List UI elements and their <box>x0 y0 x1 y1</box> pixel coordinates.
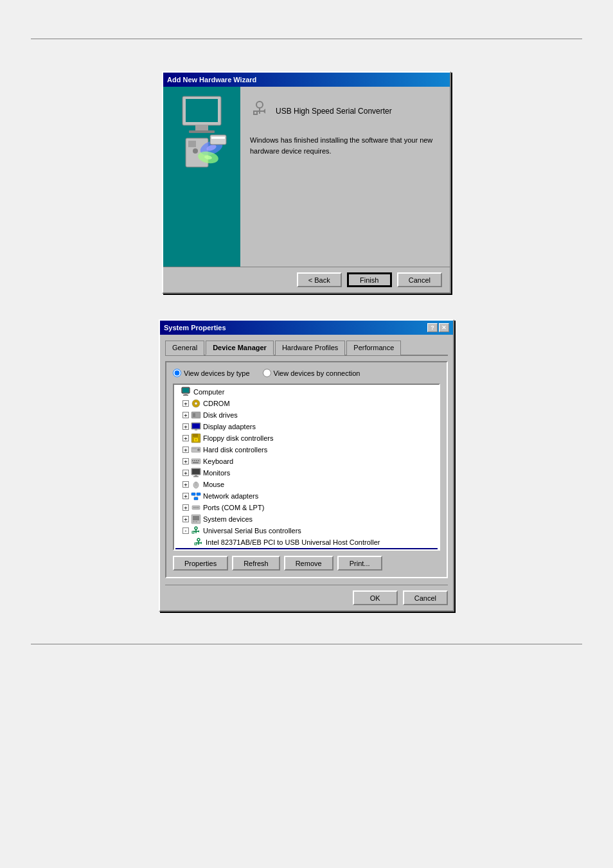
expand-hdd[interactable]: + <box>182 447 189 453</box>
titlebar-buttons: ? ✕ <box>427 323 449 332</box>
svg-rect-50 <box>197 493 200 495</box>
radio-by-connection-input[interactable] <box>263 369 271 377</box>
svg-rect-43 <box>192 469 200 474</box>
svg-marker-17 <box>263 109 265 114</box>
usb-converter-icon <box>193 549 204 551</box>
tree-item-computer[interactable]: Computer <box>175 386 438 398</box>
tree-label-display: Display adapters <box>203 423 256 430</box>
tree-item-network[interactable]: + Network adapters <box>175 490 438 502</box>
svg-rect-16 <box>254 111 257 114</box>
usb-icon <box>250 100 269 122</box>
help-button[interactable]: ? <box>427 323 438 332</box>
radio-group: View devices by type View devices by con… <box>173 369 440 377</box>
svg-rect-21 <box>183 394 188 396</box>
svg-rect-27 <box>192 423 200 429</box>
tree-item-display[interactable]: + Display adapters <box>175 421 438 432</box>
wizard-cancel-button[interactable]: Cancel <box>397 272 442 287</box>
sysprop-body: General Device Manager Hardware Profiles… <box>160 335 453 610</box>
svg-rect-45 <box>193 476 199 477</box>
tree-item-monitors[interactable]: + Monitors <box>175 467 438 479</box>
expand-mouse[interactable]: + <box>182 481 189 488</box>
mouse-icon <box>191 479 201 490</box>
finish-button[interactable]: Finish <box>347 272 392 287</box>
expand-keyboard[interactable]: + <box>182 458 189 465</box>
ok-cancel-row: OK Cancel <box>165 585 448 605</box>
floppy-icon <box>191 433 201 443</box>
tree-item-hdd[interactable]: + Hard disk controllers <box>175 444 438 456</box>
wizard-dialog: Add New Hardware Wizard <box>162 71 451 294</box>
page-container: Add New Hardware Wizard <box>0 13 613 670</box>
tab-general[interactable]: General <box>165 341 204 355</box>
tree-item-disk[interactable]: + Disk drives <box>175 409 438 421</box>
expand-floppy[interactable]: + <box>182 435 189 441</box>
print-button[interactable]: Print... <box>337 556 382 571</box>
svg-point-13 <box>256 102 263 108</box>
tree-label-keyboard: Keyboard <box>203 457 233 465</box>
svg-point-57 <box>197 507 199 508</box>
radio-by-connection[interactable]: View devices by connection <box>263 369 360 377</box>
svg-point-72 <box>197 550 200 551</box>
expand-cdrom[interactable]: + <box>182 400 189 407</box>
tree-item-intel-usb[interactable]: Intel 82371AB/EB PCI to USB Universal Ho… <box>175 536 438 548</box>
computer-icon <box>181 387 191 397</box>
expand-ports[interactable]: + <box>182 504 189 511</box>
close-button[interactable]: ✕ <box>439 323 449 332</box>
expand-monitors[interactable]: + <box>182 470 189 476</box>
expand-disk[interactable]: + <box>182 412 189 418</box>
wizard-left-panel <box>163 87 240 267</box>
tree-item-mouse[interactable]: + Mouse <box>175 479 438 490</box>
properties-button[interactable]: Properties <box>173 556 228 571</box>
radio-by-type[interactable]: View devices by type <box>173 369 250 377</box>
tree-label-disk: Disk drives <box>203 411 238 419</box>
svg-rect-5 <box>188 141 196 147</box>
svg-rect-61 <box>195 521 197 522</box>
tree-label-usb-converter: USB High Speed Serial Converter <box>206 550 312 551</box>
svg-rect-12 <box>211 137 225 139</box>
svg-marker-66 <box>198 530 199 533</box>
sysprop-title: System Properties <box>164 324 226 332</box>
expand-network[interactable]: + <box>182 493 189 499</box>
expand-system[interactable]: + <box>182 516 189 522</box>
refresh-button[interactable]: Refresh <box>232 556 280 571</box>
wizard-device-icon: USB High Speed Serial Converter <box>250 100 440 122</box>
wizard-body: USB High Speed Serial Converter Windows … <box>163 87 450 292</box>
svg-rect-2 <box>195 125 208 130</box>
tree-item-ports[interactable]: + Ports (COM & LPT) <box>175 502 438 513</box>
bottom-rule <box>31 644 583 644</box>
expand-usb[interactable]: - <box>182 527 189 534</box>
ports-icon <box>191 502 201 513</box>
wizard-title: Add New Hardware Wizard <box>167 76 256 84</box>
tree-item-system[interactable]: + System devices <box>175 513 438 525</box>
keyboard-icon <box>191 456 201 466</box>
remove-button[interactable]: Remove <box>284 556 333 571</box>
device-tree[interactable]: Computer + CDROM + <box>173 384 440 551</box>
system-icon <box>191 514 201 524</box>
tab-performance[interactable]: Performance <box>346 341 401 355</box>
top-rule <box>31 39 583 39</box>
svg-rect-44 <box>195 475 197 476</box>
wizard-right-panel: USB High Speed Serial Converter Windows … <box>240 87 450 267</box>
svg-rect-28 <box>195 429 197 430</box>
radio-by-type-input[interactable] <box>173 369 181 377</box>
tree-label-computer: Computer <box>193 388 224 396</box>
svg-rect-25 <box>193 413 195 417</box>
ok-button[interactable]: OK <box>353 590 398 605</box>
wizard-device-name: USB High Speed Serial Converter <box>276 107 392 116</box>
tree-item-usb[interactable]: - Universal Serial Bus controllers <box>175 525 438 536</box>
svg-point-55 <box>193 507 195 508</box>
svg-point-62 <box>195 527 197 529</box>
tree-item-keyboard[interactable]: + Keyboard <box>175 456 438 467</box>
sysprop-cancel-button[interactable]: Cancel <box>403 590 448 605</box>
expand-display[interactable]: + <box>182 423 189 430</box>
tab-bar: General Device Manager Hardware Profiles… <box>165 340 448 356</box>
tree-item-floppy[interactable]: + Floppy disk controllers <box>175 432 438 444</box>
tree-item-usb-converter[interactable]: USB High Speed Serial Converter <box>175 548 438 551</box>
tree-item-cdrom[interactable]: + CDROM <box>175 398 438 409</box>
svg-point-6 <box>193 148 198 154</box>
monitor-icon <box>191 468 201 478</box>
svg-point-32 <box>195 439 197 441</box>
back-button[interactable]: < Back <box>297 272 342 287</box>
tab-device-manager[interactable]: Device Manager <box>206 341 274 355</box>
tab-hardware-profiles[interactable]: Hardware Profiles <box>275 341 345 355</box>
sysprop-titlebar: System Properties ? ✕ <box>160 321 453 335</box>
